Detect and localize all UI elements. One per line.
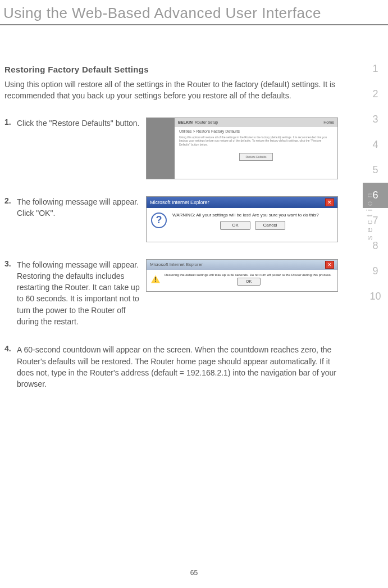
nav-1[interactable]: 1 <box>363 56 388 82</box>
ss3-message: Restoring the default settings will take… <box>165 273 333 277</box>
ss2-title: Microsoft Internet Explorer <box>150 200 209 205</box>
close-icon[interactable]: ✕ <box>325 261 334 269</box>
nav-4[interactable]: 4 <box>363 132 388 157</box>
step-1-num: 1. <box>4 117 17 126</box>
ss1-sidebar <box>147 118 175 179</box>
screenshot-restore-defaults: BELKIN Router Setup Home Utilities > Res… <box>146 117 338 179</box>
step-1: 1. Click the "Restore Defaults" button. … <box>4 117 338 179</box>
page-content: Restoring Factory Default Settings Using… <box>0 25 348 390</box>
header-title: Using the Web-Based Advanced User Interf… <box>0 0 388 22</box>
section-nav: 1 2 3 4 5 6 7 8 9 10 <box>363 56 388 309</box>
ss1-brand-sub: Router Setup <box>195 120 218 124</box>
ok-button[interactable]: OK <box>220 221 250 230</box>
step-4-text: A 60-second countdown will appear on the… <box>17 344 338 390</box>
ss1-titlebar: BELKIN Router Setup Home <box>175 118 337 127</box>
cancel-button[interactable]: Cancel <box>255 221 285 230</box>
section-label: section <box>365 190 375 241</box>
ss1-home-link: Home <box>323 120 334 124</box>
ss1-main: BELKIN Router Setup Home Utilities > Res… <box>175 118 337 179</box>
intro-text: Using this option will restore all of th… <box>4 79 338 102</box>
step-3-text: The following message will appear. Resto… <box>17 259 146 328</box>
page-number: 65 <box>190 569 198 577</box>
step-2: 2. The following message will appear. Cl… <box>4 196 338 242</box>
screenshot-confirm-dialog: Microsoft Internet Explorer ✕ ? WARNING:… <box>146 196 338 242</box>
warning-icon: ! <box>151 275 160 283</box>
nav-5[interactable]: 5 <box>363 157 388 183</box>
ss2-message: WARNING: All your settings will be lost!… <box>172 212 333 218</box>
question-icon: ? <box>151 212 167 228</box>
ss3-body: ! Restoring the default settings will ta… <box>147 270 337 289</box>
restore-defaults-button[interactable]: Restore Defaults <box>239 153 273 161</box>
ss1-breadcrumb: Utilities > Restore Factory Defaults <box>179 129 333 133</box>
step-3-num: 3. <box>4 259 17 268</box>
section-subtitle: Restoring Factory Default Settings <box>4 65 338 74</box>
ss1-desc: Using this option will restore all of th… <box>179 135 333 147</box>
ss2-titlebar: Microsoft Internet Explorer ✕ <box>147 197 337 208</box>
screenshot-restart-dialog: Microsoft Internet Explorer ✕ ! Restorin… <box>146 259 338 292</box>
ss2-buttons: OK Cancel <box>172 221 333 230</box>
step-4-num: 4. <box>4 344 17 353</box>
close-icon[interactable]: ✕ <box>325 198 334 206</box>
nav-10[interactable]: 10 <box>363 284 388 309</box>
ss2-body: ? WARNING: All your settings will be los… <box>147 208 337 234</box>
nav-9[interactable]: 9 <box>363 259 388 284</box>
ok-button[interactable]: OK <box>237 278 261 286</box>
step-3: 3. The following message will appear. Re… <box>4 259 338 328</box>
ss3-titlebar: Microsoft Internet Explorer ✕ <box>147 260 337 270</box>
step-4: 4. A 60-second countdown will appear on … <box>4 344 338 390</box>
nav-2[interactable]: 2 <box>363 82 388 107</box>
ss1-brand: BELKIN <box>178 120 193 124</box>
nav-3[interactable]: 3 <box>363 107 388 132</box>
step-2-text: The following message will appear. Click… <box>17 196 146 219</box>
step-1-text: Click the "Restore Defaults" button. <box>17 117 146 129</box>
step-2-num: 2. <box>4 196 17 205</box>
ss3-title: Microsoft Internet Explorer <box>150 262 203 267</box>
